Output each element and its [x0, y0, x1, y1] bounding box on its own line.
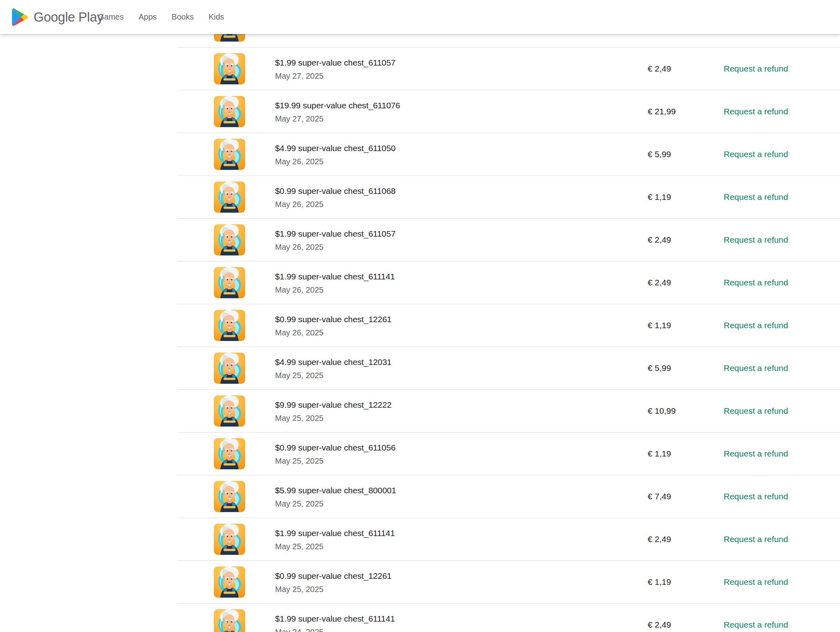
order-history-list: May 27, 2025: [178, 5, 840, 632]
order-date: May 26, 2025: [275, 242, 395, 252]
order-title: $4.99 super-value chest_611050: [275, 144, 395, 153]
request-refund-link[interactable]: Request a refund: [724, 577, 788, 587]
order-text-block: $19.99 super-value chest_611076 May 27, …: [275, 101, 400, 124]
order-text-block: $1.99 super-value chest_611057 May 26, 2…: [275, 229, 395, 252]
order-price: € 2,49: [648, 534, 671, 544]
order-row: $0.99 super-value chest_12261 May 25, 20…: [178, 561, 840, 604]
game-character-icon: [214, 53, 245, 84]
order-date: May 25, 2025: [275, 456, 395, 466]
nav-books[interactable]: Books: [172, 12, 194, 22]
order-date: May 26, 2025: [275, 328, 391, 337]
order-date: May 27, 2025: [275, 114, 400, 124]
game-app-icon: [214, 438, 245, 469]
nav-games[interactable]: Games: [98, 12, 124, 22]
order-title: $9.99 super-value chest_12222: [275, 400, 391, 410]
request-refund-link[interactable]: Request a refund: [724, 64, 788, 74]
game-character-icon: [214, 181, 245, 213]
order-title: $1.99 super-value chest_611141: [275, 272, 395, 281]
order-price: € 2,49: [648, 278, 671, 287]
nav-kids[interactable]: Kids: [209, 12, 224, 22]
order-date: May 25, 2025: [275, 371, 391, 380]
game-app-icon: [214, 353, 245, 384]
order-price: € 1,19: [648, 449, 671, 459]
order-title: $0.99 super-value chest_611056: [275, 443, 395, 453]
request-refund-link[interactable]: Request a refund: [724, 449, 788, 459]
order-price: € 2,49: [648, 235, 671, 245]
order-row: $1.99 super-value chest_611141 May 24, 2…: [178, 604, 840, 632]
request-refund-link[interactable]: Request a refund: [724, 492, 788, 501]
request-refund-link[interactable]: Request a refund: [724, 363, 788, 373]
order-text-block: $1.99 super-value chest_611141 May 26, 2…: [275, 272, 395, 295]
game-character-icon: [214, 438, 245, 469]
order-row: $0.99 super-value chest_611068 May 26, 2…: [178, 176, 840, 219]
request-refund-link[interactable]: Request a refund: [724, 192, 788, 202]
order-title: $0.99 super-value chest_611068: [275, 186, 395, 196]
request-refund-link[interactable]: Request a refund: [724, 321, 788, 330]
play-triangle-icon: [12, 8, 28, 26]
order-date: May 26, 2025: [275, 199, 395, 209]
order-text-block: $1.99 super-value chest_611141 May 25, 2…: [275, 528, 395, 551]
order-title: $1.99 super-value chest_611057: [275, 229, 395, 239]
order-row: $4.99 super-value chest_611050 May 26, 2…: [178, 133, 840, 176]
game-app-icon: [214, 395, 245, 427]
game-app-icon: [214, 139, 245, 170]
game-app-icon: [214, 96, 245, 127]
game-character-icon: [214, 395, 245, 427]
order-date: May 25, 2025: [275, 499, 396, 508]
request-refund-link[interactable]: Request a refund: [724, 150, 788, 159]
game-app-icon: [214, 181, 245, 213]
order-title: $5.99 super-value chest_800001: [275, 486, 396, 495]
google-play-logo[interactable]: Google Play: [12, 8, 103, 26]
order-row: $19.99 super-value chest_611076 May 27, …: [178, 90, 840, 133]
nav-apps[interactable]: Apps: [138, 12, 157, 22]
order-text-block: $0.99 super-value chest_611056 May 25, 2…: [275, 443, 395, 466]
order-row: $1.99 super-value chest_611057 May 26, 2…: [178, 219, 840, 261]
game-character-icon: [214, 310, 245, 341]
order-row: $5.99 super-value chest_800001 May 25, 2…: [178, 475, 840, 518]
game-app-icon: [214, 310, 245, 341]
game-character-icon: [214, 353, 245, 384]
order-text-block: $4.99 super-value chest_611050 May 26, 2…: [275, 144, 395, 166]
game-app-icon: [214, 224, 245, 255]
order-date: May 26, 2025: [275, 157, 395, 166]
game-character-icon: [214, 96, 245, 127]
request-refund-link[interactable]: Request a refund: [724, 534, 788, 544]
order-title: $1.99 super-value chest_611057: [275, 58, 395, 68]
request-refund-link[interactable]: Request a refund: [724, 620, 788, 630]
order-title: $1.99 super-value chest_611141: [275, 528, 395, 538]
order-date: May 24, 2025: [275, 627, 395, 632]
order-price: € 1,19: [648, 321, 671, 330]
order-title: $1.99 super-value chest_611141: [275, 614, 395, 624]
order-date: May 25, 2025: [275, 542, 395, 551]
header-nav: Games Apps Books Kids: [98, 0, 224, 34]
request-refund-link[interactable]: Request a refund: [724, 406, 788, 416]
game-app-icon: [214, 53, 245, 84]
game-app-icon: [214, 524, 245, 555]
game-character-icon: [214, 224, 245, 255]
request-refund-link[interactable]: Request a refund: [724, 278, 788, 287]
order-text-block: $1.99 super-value chest_611141 May 24, 2…: [275, 614, 395, 632]
order-date: May 26, 2025: [275, 285, 395, 295]
game-app-icon: [214, 609, 245, 632]
order-row: $4.99 super-value chest_12031 May 25, 20…: [178, 347, 840, 390]
order-text-block: $5.99 super-value chest_800001 May 25, 2…: [275, 486, 396, 508]
order-text-block: $9.99 super-value chest_12222 May 25, 20…: [275, 400, 391, 423]
game-character-icon: [214, 566, 245, 598]
order-row: $0.99 super-value chest_12261 May 26, 20…: [178, 304, 840, 347]
order-date: May 25, 2025: [275, 413, 391, 423]
order-text-block: $0.99 super-value chest_611068 May 26, 2…: [275, 186, 395, 209]
order-row: $1.99 super-value chest_611141 May 25, 2…: [178, 518, 840, 561]
play-header: Google Play Games Apps Books Kids: [0, 0, 840, 34]
request-refund-link[interactable]: Request a refund: [724, 235, 788, 245]
google-play-logo-text: Google Play: [34, 10, 103, 25]
order-text-block: $0.99 super-value chest_12261 May 26, 20…: [275, 315, 391, 337]
order-price: € 10,99: [648, 406, 676, 416]
order-title: $4.99 super-value chest_12031: [275, 357, 391, 367]
game-app-icon: [214, 566, 245, 598]
order-price: € 7,49: [648, 492, 671, 501]
order-text-block: $0.99 super-value chest_12261 May 25, 20…: [275, 571, 391, 594]
game-character-icon: [214, 481, 245, 512]
request-refund-link[interactable]: Request a refund: [724, 107, 788, 116]
order-row: $0.99 super-value chest_611056 May 25, 2…: [178, 433, 840, 475]
order-date: May 25, 2025: [275, 584, 391, 594]
